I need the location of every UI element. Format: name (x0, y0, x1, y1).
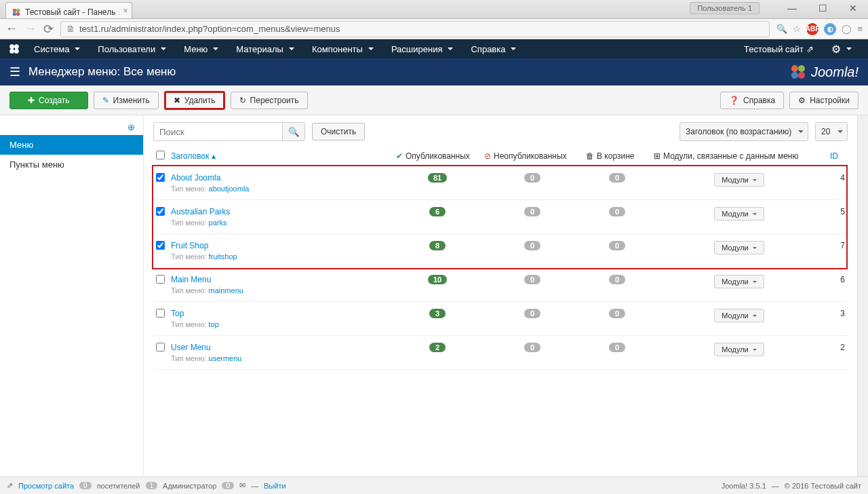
window-controls: — ☐ ✕ (783, 1, 861, 15)
sort-select[interactable]: Заголовок (по возрастанию) (679, 122, 808, 141)
menu-type-link[interactable]: fruitshop (209, 252, 237, 261)
unpublished-count[interactable]: 0 (524, 173, 540, 183)
rebuild-button[interactable]: ↻Перестроить (231, 92, 308, 109)
menu-title-link[interactable]: Fruit Shop (171, 241, 208, 250)
menu-title-link[interactable]: Top (171, 309, 184, 318)
ext-icon[interactable]: ◐ (824, 23, 836, 35)
row-checkbox[interactable] (156, 173, 165, 182)
limit-select[interactable]: 20 (815, 122, 848, 141)
menu-type-link[interactable]: aboutjoomla (209, 185, 250, 193)
menu-title-link[interactable]: Australian Parks (171, 207, 230, 216)
settings-gear-icon[interactable]: ⚙ (823, 39, 860, 59)
trashed-count[interactable]: 0 (609, 173, 625, 183)
sidebar-item[interactable]: Пункты меню (0, 155, 143, 174)
sidebar-collapse-icon[interactable]: ⊕ (0, 119, 143, 135)
svg-point-1 (16, 8, 20, 12)
published-count[interactable]: 3 (429, 309, 446, 318)
window-minimize-icon[interactable]: — (783, 1, 801, 15)
menu-type-link[interactable]: mainmenu (209, 286, 243, 294)
col-title[interactable]: Заголовок ▴ (168, 147, 393, 166)
search-submit-button[interactable]: 🔍 (282, 122, 305, 141)
published-count[interactable]: 2 (429, 343, 446, 352)
visitors-label: посетителей (97, 482, 140, 490)
nav-system[interactable]: Система (26, 41, 88, 58)
modules-button[interactable]: Модули (714, 241, 764, 254)
nav-help[interactable]: Справка (462, 41, 524, 58)
published-count[interactable]: 8 (429, 241, 446, 250)
sidebar-item[interactable]: Меню (0, 135, 143, 155)
browser-tab-bar: Тестовый сайт - Панель × Пользователь 1 … (0, 0, 868, 19)
browser-user-badge[interactable]: Пользователь 1 (690, 2, 760, 14)
browser-tab[interactable]: Тестовый сайт - Панель × (5, 2, 132, 18)
url-bar[interactable]: 🗎 test1.ru/administrator/index.php?optio… (60, 21, 770, 37)
nav-users[interactable]: Пользователи (90, 41, 174, 58)
menu-type-link[interactable]: top (209, 320, 219, 328)
row-checkbox[interactable] (156, 309, 165, 318)
bookmark-icon[interactable]: ☆ (793, 24, 801, 34)
options-button[interactable]: ⚙Настройки (789, 92, 859, 109)
menu-title-link[interactable]: User Menu (171, 343, 211, 352)
col-id[interactable]: ID (827, 147, 848, 166)
vertical-scrollbar[interactable] (857, 115, 868, 476)
zoom-icon[interactable]: 🔍 (776, 24, 787, 34)
browser-menu-icon[interactable]: ≡ (857, 24, 863, 34)
help-button[interactable]: ❓Справка (720, 92, 784, 109)
published-count[interactable]: 6 (429, 207, 446, 216)
nav-components[interactable]: Компоненты (304, 41, 382, 58)
table-row: Main MenuТип меню: mainmenu1000Модули6 (153, 268, 848, 302)
modules-button[interactable]: Модули (714, 309, 764, 322)
menu-title-link[interactable]: About Joomla (171, 173, 220, 183)
unpublished-count[interactable]: 0 (524, 309, 540, 318)
trashed-count[interactable]: 0 (609, 275, 625, 284)
nav-forward-icon[interactable]: → (24, 22, 37, 37)
nav-menus[interactable]: Меню (176, 41, 226, 58)
menu-type-link[interactable]: usermenu (209, 354, 242, 362)
clear-button[interactable]: Очистить (312, 123, 365, 140)
ext2-icon[interactable]: ◯ (842, 24, 852, 34)
row-checkbox[interactable] (156, 343, 165, 352)
site-frontend-link[interactable]: Тестовый сайт ⇗ (736, 41, 822, 58)
joomla-small-icon[interactable] (8, 43, 20, 55)
mail-icon[interactable]: ✉ (239, 481, 245, 490)
search-input[interactable] (153, 122, 282, 141)
modules-button[interactable]: Модули (714, 207, 764, 221)
svg-point-8 (791, 65, 798, 72)
published-count[interactable]: 81 (428, 173, 447, 183)
published-count[interactable]: 10 (428, 275, 447, 284)
create-button[interactable]: ✚Создать (9, 92, 88, 109)
menu-type-link[interactable]: parks (209, 218, 227, 227)
window-maximize-icon[interactable]: ☐ (814, 1, 831, 15)
nav-extensions[interactable]: Расширения (383, 41, 462, 58)
nav-reload-icon[interactable]: ⟳ (43, 22, 54, 37)
select-all-checkbox[interactable] (156, 151, 165, 159)
delete-button[interactable]: ✖Удалить (164, 91, 225, 110)
unpublished-count[interactable]: 0 (524, 241, 540, 250)
modules-button[interactable]: Модули (714, 275, 764, 288)
svg-point-3 (16, 12, 20, 16)
edit-button[interactable]: ✎Изменить (94, 92, 159, 109)
menu-title-link[interactable]: Main Menu (171, 275, 211, 284)
svg-point-11 (798, 72, 805, 79)
modules-button[interactable]: Модули (714, 173, 764, 187)
nav-content[interactable]: Материалы (228, 41, 302, 58)
unpublished-count[interactable]: 0 (524, 275, 540, 284)
nav-back-icon[interactable]: ← (5, 22, 18, 37)
preview-site-link[interactable]: Просмотр сайта (18, 482, 74, 490)
trashed-count[interactable]: 0 (609, 207, 625, 216)
logout-link[interactable]: Выйти (264, 482, 286, 490)
row-checkbox[interactable] (156, 241, 165, 250)
abp-icon[interactable]: ABP (806, 23, 818, 35)
trashed-count[interactable]: 0 (609, 241, 625, 250)
check-icon: ✔ (396, 151, 403, 161)
row-checkbox[interactable] (156, 207, 165, 216)
trashed-count[interactable]: 0 (609, 343, 625, 352)
tab-close-icon[interactable]: × (123, 6, 127, 16)
modules-button[interactable]: Модули (714, 343, 764, 356)
window-close-icon[interactable]: ✕ (845, 1, 861, 15)
version-text: Joomla! 3.5.1 (722, 482, 766, 490)
unpublished-count[interactable]: 0 (524, 343, 540, 352)
trashed-count[interactable]: 0 (609, 309, 625, 318)
row-id: 7 (827, 234, 848, 268)
row-checkbox[interactable] (156, 275, 165, 284)
unpublished-count[interactable]: 0 (524, 207, 540, 216)
